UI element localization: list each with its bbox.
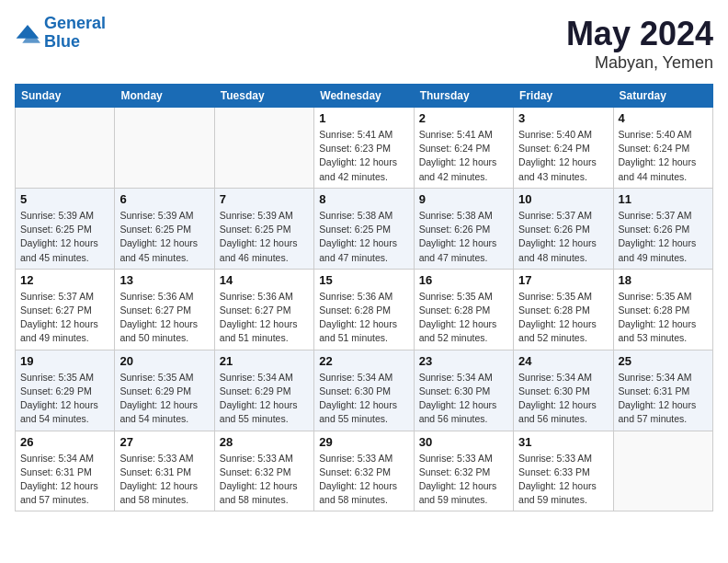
day-number: 24 bbox=[518, 354, 608, 368]
day-number: 9 bbox=[419, 192, 508, 206]
day-number: 7 bbox=[220, 192, 309, 206]
logo-text: General Blue bbox=[44, 15, 106, 52]
calendar-cell: 16Sunrise: 5:35 AM Sunset: 6:28 PM Dayli… bbox=[414, 269, 513, 350]
day-info: Sunrise: 5:34 AM Sunset: 6:30 PM Dayligh… bbox=[518, 371, 608, 427]
day-number: 20 bbox=[119, 354, 209, 368]
calendar-cell: 12Sunrise: 5:37 AM Sunset: 6:27 PM Dayli… bbox=[16, 269, 115, 350]
calendar-cell: 14Sunrise: 5:36 AM Sunset: 6:27 PM Dayli… bbox=[214, 269, 313, 350]
calendar-cell: 28Sunrise: 5:33 AM Sunset: 6:32 PM Dayli… bbox=[214, 431, 313, 511]
calendar-cell: 18Sunrise: 5:35 AM Sunset: 6:28 PM Dayli… bbox=[613, 269, 712, 350]
day-info: Sunrise: 5:39 AM Sunset: 6:25 PM Dayligh… bbox=[119, 209, 209, 265]
calendar-cell: 1Sunrise: 5:41 AM Sunset: 6:23 PM Daylig… bbox=[314, 108, 414, 189]
day-number: 5 bbox=[20, 192, 109, 206]
calendar-cell: 13Sunrise: 5:36 AM Sunset: 6:27 PM Dayli… bbox=[115, 269, 214, 350]
day-number: 25 bbox=[619, 354, 708, 368]
day-number: 28 bbox=[220, 435, 309, 449]
page-header: General Blue May 2024 Mabyan, Yemen bbox=[15, 15, 713, 73]
day-number: 22 bbox=[319, 354, 408, 368]
calendar-cell: 6Sunrise: 5:39 AM Sunset: 6:25 PM Daylig… bbox=[115, 188, 214, 269]
calendar-week-row: 19Sunrise: 5:35 AM Sunset: 6:29 PM Dayli… bbox=[16, 350, 713, 431]
day-number: 11 bbox=[619, 192, 708, 206]
day-number: 18 bbox=[619, 273, 708, 287]
calendar-cell bbox=[115, 108, 214, 189]
day-number: 1 bbox=[319, 111, 408, 125]
weekday-header-row: SundayMondayTuesdayWednesdayThursdayFrid… bbox=[16, 85, 713, 108]
calendar-week-row: 1Sunrise: 5:41 AM Sunset: 6:23 PM Daylig… bbox=[16, 108, 713, 189]
day-info: Sunrise: 5:33 AM Sunset: 6:32 PM Dayligh… bbox=[319, 452, 408, 508]
day-info: Sunrise: 5:33 AM Sunset: 6:32 PM Dayligh… bbox=[220, 452, 309, 508]
calendar-table: SundayMondayTuesdayWednesdayThursdayFrid… bbox=[15, 84, 713, 511]
calendar-cell: 15Sunrise: 5:36 AM Sunset: 6:28 PM Dayli… bbox=[314, 269, 414, 350]
calendar-cell: 23Sunrise: 5:34 AM Sunset: 6:30 PM Dayli… bbox=[414, 350, 513, 431]
day-number: 14 bbox=[220, 273, 309, 287]
day-number: 8 bbox=[319, 192, 408, 206]
day-info: Sunrise: 5:35 AM Sunset: 6:29 PM Dayligh… bbox=[20, 371, 109, 427]
day-number: 17 bbox=[518, 273, 608, 287]
calendar-cell: 31Sunrise: 5:33 AM Sunset: 6:33 PM Dayli… bbox=[514, 431, 613, 511]
day-info: Sunrise: 5:34 AM Sunset: 6:30 PM Dayligh… bbox=[319, 371, 408, 427]
day-info: Sunrise: 5:34 AM Sunset: 6:29 PM Dayligh… bbox=[220, 371, 309, 427]
weekday-header-monday: Monday bbox=[115, 85, 214, 108]
day-info: Sunrise: 5:37 AM Sunset: 6:26 PM Dayligh… bbox=[619, 209, 708, 265]
weekday-header-sunday: Sunday bbox=[16, 85, 115, 108]
calendar-cell: 20Sunrise: 5:35 AM Sunset: 6:29 PM Dayli… bbox=[115, 350, 214, 431]
day-info: Sunrise: 5:40 AM Sunset: 6:24 PM Dayligh… bbox=[619, 128, 708, 184]
weekday-header-saturday: Saturday bbox=[613, 85, 712, 108]
day-info: Sunrise: 5:41 AM Sunset: 6:24 PM Dayligh… bbox=[419, 128, 508, 184]
day-info: Sunrise: 5:34 AM Sunset: 6:31 PM Dayligh… bbox=[20, 452, 109, 508]
weekday-header-thursday: Thursday bbox=[414, 85, 513, 108]
day-number: 4 bbox=[619, 111, 708, 125]
calendar-cell: 27Sunrise: 5:33 AM Sunset: 6:31 PM Dayli… bbox=[115, 431, 214, 511]
day-info: Sunrise: 5:37 AM Sunset: 6:27 PM Dayligh… bbox=[20, 290, 109, 346]
day-number: 21 bbox=[220, 354, 309, 368]
day-number: 6 bbox=[119, 192, 209, 206]
calendar-cell: 3Sunrise: 5:40 AM Sunset: 6:24 PM Daylig… bbox=[514, 108, 613, 189]
calendar-cell: 2Sunrise: 5:41 AM Sunset: 6:24 PM Daylig… bbox=[414, 108, 513, 189]
calendar-cell: 4Sunrise: 5:40 AM Sunset: 6:24 PM Daylig… bbox=[613, 108, 712, 189]
calendar-cell: 5Sunrise: 5:39 AM Sunset: 6:25 PM Daylig… bbox=[16, 188, 115, 269]
logo-icon bbox=[15, 23, 40, 43]
calendar-cell: 22Sunrise: 5:34 AM Sunset: 6:30 PM Dayli… bbox=[314, 350, 414, 431]
day-number: 3 bbox=[518, 111, 608, 125]
title-block: May 2024 Mabyan, Yemen bbox=[566, 15, 713, 73]
day-info: Sunrise: 5:35 AM Sunset: 6:28 PM Dayligh… bbox=[518, 290, 608, 346]
day-info: Sunrise: 5:41 AM Sunset: 6:23 PM Dayligh… bbox=[319, 128, 408, 184]
calendar-cell: 21Sunrise: 5:34 AM Sunset: 6:29 PM Dayli… bbox=[214, 350, 313, 431]
calendar-cell: 29Sunrise: 5:33 AM Sunset: 6:32 PM Dayli… bbox=[314, 431, 414, 511]
day-info: Sunrise: 5:39 AM Sunset: 6:25 PM Dayligh… bbox=[20, 209, 109, 265]
weekday-header-wednesday: Wednesday bbox=[314, 85, 414, 108]
weekday-header-tuesday: Tuesday bbox=[214, 85, 313, 108]
day-number: 15 bbox=[319, 273, 408, 287]
calendar-week-row: 12Sunrise: 5:37 AM Sunset: 6:27 PM Dayli… bbox=[16, 269, 713, 350]
day-number: 13 bbox=[119, 273, 209, 287]
day-info: Sunrise: 5:39 AM Sunset: 6:25 PM Dayligh… bbox=[220, 209, 309, 265]
day-info: Sunrise: 5:38 AM Sunset: 6:25 PM Dayligh… bbox=[319, 209, 408, 265]
month-title: May 2024 bbox=[566, 15, 713, 53]
day-number: 31 bbox=[518, 435, 608, 449]
calendar-cell: 8Sunrise: 5:38 AM Sunset: 6:25 PM Daylig… bbox=[314, 188, 414, 269]
calendar-week-row: 5Sunrise: 5:39 AM Sunset: 6:25 PM Daylig… bbox=[16, 188, 713, 269]
calendar-cell: 9Sunrise: 5:38 AM Sunset: 6:26 PM Daylig… bbox=[414, 188, 513, 269]
logo: General Blue bbox=[15, 15, 106, 52]
day-info: Sunrise: 5:37 AM Sunset: 6:26 PM Dayligh… bbox=[518, 209, 608, 265]
calendar-cell: 7Sunrise: 5:39 AM Sunset: 6:25 PM Daylig… bbox=[214, 188, 313, 269]
calendar-cell: 30Sunrise: 5:33 AM Sunset: 6:32 PM Dayli… bbox=[414, 431, 513, 511]
calendar-cell bbox=[214, 108, 313, 189]
day-info: Sunrise: 5:36 AM Sunset: 6:27 PM Dayligh… bbox=[119, 290, 209, 346]
day-info: Sunrise: 5:33 AM Sunset: 6:33 PM Dayligh… bbox=[518, 452, 608, 508]
day-number: 27 bbox=[119, 435, 209, 449]
day-number: 29 bbox=[319, 435, 408, 449]
calendar-cell bbox=[16, 108, 115, 189]
day-info: Sunrise: 5:38 AM Sunset: 6:26 PM Dayligh… bbox=[419, 209, 508, 265]
day-number: 12 bbox=[20, 273, 109, 287]
day-number: 2 bbox=[419, 111, 508, 125]
day-number: 19 bbox=[20, 354, 109, 368]
calendar-cell: 11Sunrise: 5:37 AM Sunset: 6:26 PM Dayli… bbox=[613, 188, 712, 269]
day-info: Sunrise: 5:33 AM Sunset: 6:32 PM Dayligh… bbox=[419, 452, 508, 508]
day-info: Sunrise: 5:36 AM Sunset: 6:27 PM Dayligh… bbox=[220, 290, 309, 346]
calendar-week-row: 26Sunrise: 5:34 AM Sunset: 6:31 PM Dayli… bbox=[16, 431, 713, 511]
day-number: 26 bbox=[20, 435, 109, 449]
day-info: Sunrise: 5:36 AM Sunset: 6:28 PM Dayligh… bbox=[319, 290, 408, 346]
calendar-cell: 17Sunrise: 5:35 AM Sunset: 6:28 PM Dayli… bbox=[514, 269, 613, 350]
day-info: Sunrise: 5:33 AM Sunset: 6:31 PM Dayligh… bbox=[119, 452, 209, 508]
